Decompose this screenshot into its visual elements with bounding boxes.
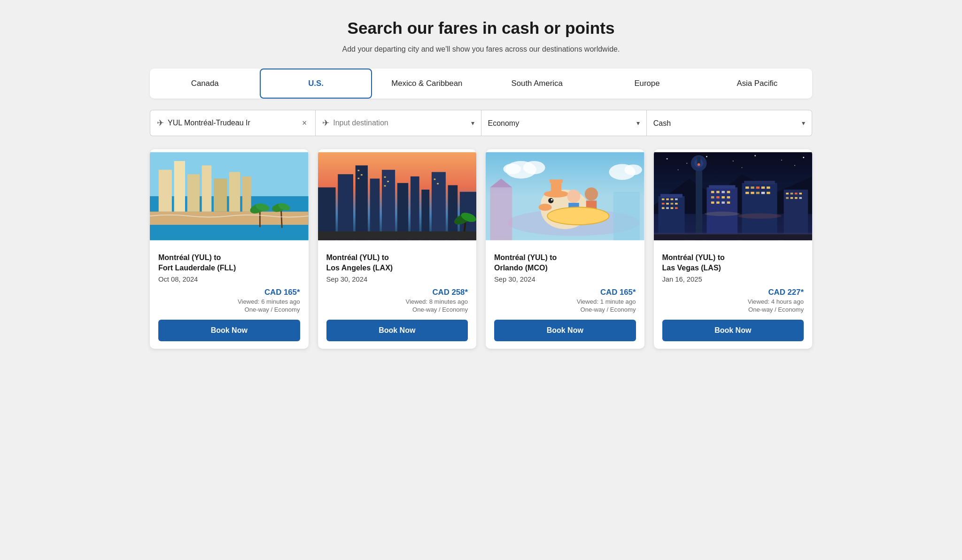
cabin-chevron-icon: ▾ <box>636 119 640 127</box>
destination-cards-grid: Montréal (YUL) to Fort Lauderdale (FLL) … <box>150 149 812 349</box>
book-mco-button[interactable]: Book Now <box>494 320 636 341</box>
svg-rect-57 <box>613 192 640 240</box>
svg-point-72 <box>741 167 742 168</box>
card-las-date: Jan 16, 2025 <box>662 276 804 283</box>
svg-rect-8 <box>229 172 240 211</box>
svg-point-59 <box>523 161 545 174</box>
svg-point-54 <box>547 207 609 225</box>
svg-rect-115 <box>745 192 749 194</box>
svg-rect-31 <box>384 176 386 178</box>
svg-rect-102 <box>722 196 725 199</box>
card-lax-date: Sep 30, 2024 <box>326 276 468 283</box>
tab-europe[interactable]: Europe <box>592 69 702 99</box>
payment-chevron-icon: ▾ <box>802 119 805 127</box>
svg-rect-121 <box>786 193 789 195</box>
book-las-button[interactable]: Book Now <box>662 320 804 341</box>
svg-rect-20 <box>370 179 380 240</box>
svg-rect-49 <box>550 179 563 183</box>
svg-rect-85 <box>661 207 664 209</box>
card-mco-content: Montréal (YUL) to Orlando (MCO) Sep 30, … <box>486 245 644 349</box>
card-las-content: Montréal (YUL) to Las Vegas (LAS) Jan 16… <box>654 245 813 349</box>
svg-rect-77 <box>661 199 664 200</box>
tab-south-america[interactable]: South America <box>482 69 592 99</box>
svg-rect-99 <box>727 191 730 193</box>
svg-rect-106 <box>722 201 725 204</box>
card-mco-price-row: CAD 165* <box>494 288 636 297</box>
svg-point-68 <box>754 155 756 156</box>
svg-point-50 <box>567 190 580 203</box>
svg-rect-117 <box>756 192 760 194</box>
card-mco: Montréal (YUL) to Orlando (MCO) Sep 30, … <box>486 149 644 349</box>
destination-chevron-icon: ▾ <box>471 119 474 127</box>
svg-rect-95 <box>709 185 735 189</box>
destination-tabs: Canada U.S. Mexico & Caribbean South Ame… <box>150 69 812 99</box>
svg-point-46 <box>551 199 553 201</box>
svg-rect-83 <box>670 203 673 205</box>
card-fll-date: Oct 08, 2024 <box>158 276 300 283</box>
card-image-lax <box>318 149 477 243</box>
svg-rect-2 <box>150 212 309 225</box>
svg-rect-111 <box>751 186 754 189</box>
svg-rect-129 <box>654 234 813 240</box>
card-las-viewed: Viewed: 4 hours ago <box>662 298 804 305</box>
book-lax-button[interactable]: Book Now <box>326 320 468 341</box>
svg-rect-103 <box>727 196 730 199</box>
payment-select[interactable]: Cash Points <box>653 110 800 136</box>
svg-point-65 <box>686 163 687 164</box>
card-image-mco <box>486 149 644 243</box>
svg-rect-28 <box>357 170 359 171</box>
svg-rect-32 <box>387 181 389 182</box>
svg-point-66 <box>706 156 707 157</box>
card-fll-content: Montréal (YUL) to Fort Lauderdale (FLL) … <box>150 245 309 349</box>
tab-asia-pacific[interactable]: Asia Pacific <box>702 69 812 99</box>
card-mco-price: CAD 165* <box>600 288 636 297</box>
svg-rect-101 <box>716 196 720 199</box>
card-lax-content: Montréal (YUL) to Los Angeles (LAX) Sep … <box>318 245 477 349</box>
svg-point-62 <box>624 165 642 176</box>
origin-field: ✈ × <box>150 110 315 136</box>
svg-rect-34 <box>434 179 435 180</box>
card-mco-type: One-way / Economy <box>494 306 636 313</box>
destination-input[interactable] <box>333 110 469 136</box>
svg-point-45 <box>548 198 553 203</box>
tab-us[interactable]: U.S. <box>260 69 372 99</box>
svg-rect-33 <box>384 185 386 187</box>
cabin-select[interactable]: Economy Business First <box>488 110 635 136</box>
svg-rect-118 <box>761 192 765 194</box>
svg-rect-55 <box>490 187 512 240</box>
svg-point-52 <box>585 187 598 200</box>
svg-rect-80 <box>675 199 678 200</box>
svg-rect-100 <box>711 196 714 199</box>
card-image-fll <box>150 149 309 243</box>
book-fll-button[interactable]: Book Now <box>158 320 300 341</box>
tab-canada[interactable]: Canada <box>150 69 260 99</box>
svg-rect-104 <box>711 201 714 204</box>
clear-origin-button[interactable]: × <box>300 116 309 130</box>
card-mco-route: Montréal (YUL) to Orlando (MCO) <box>494 253 636 273</box>
card-fll: Montréal (YUL) to Fort Lauderdale (FLL) … <box>150 149 309 349</box>
svg-rect-125 <box>786 197 789 199</box>
svg-rect-123 <box>795 193 798 195</box>
plane-icon: ✈ <box>157 118 164 128</box>
svg-rect-119 <box>767 192 770 194</box>
svg-rect-18 <box>338 174 353 240</box>
svg-rect-107 <box>727 201 730 204</box>
svg-rect-3 <box>159 170 172 212</box>
svg-rect-5 <box>187 174 200 212</box>
card-lax-route: Montréal (YUL) to Los Angeles (LAX) <box>326 253 468 273</box>
card-las-price: CAD 227* <box>768 288 804 297</box>
svg-point-44 <box>539 204 552 211</box>
card-lax-viewed: Viewed: 8 minutes ago <box>326 298 468 305</box>
svg-rect-76 <box>660 194 683 198</box>
search-bar: ✈ × ✈ ▾ Economy Business First ▾ Cash Po… <box>150 110 812 136</box>
tab-mexico-caribbean[interactable]: Mexico & Caribbean <box>372 69 482 99</box>
card-fll-type: One-way / Economy <box>158 306 300 313</box>
card-las-route: Montréal (YUL) to Las Vegas (LAS) <box>662 253 804 273</box>
card-fll-viewed: Viewed: 6 minutes ago <box>158 298 300 305</box>
card-mco-date: Sep 30, 2024 <box>494 276 636 283</box>
svg-rect-79 <box>670 199 673 200</box>
svg-rect-9 <box>242 176 251 212</box>
svg-rect-86 <box>666 207 669 209</box>
origin-input[interactable] <box>168 110 300 136</box>
svg-rect-35 <box>437 183 439 184</box>
